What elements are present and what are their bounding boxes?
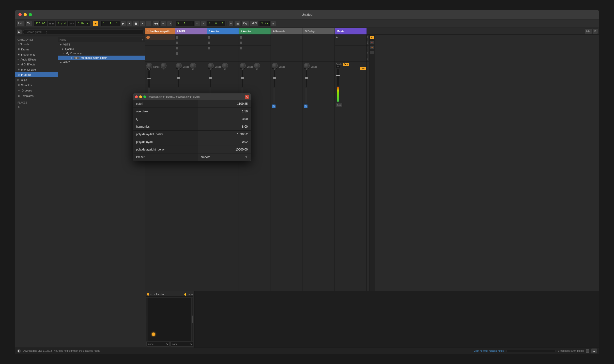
clip-btn[interactable] [240, 47, 242, 49]
quantize-display[interactable]: 1 Bar ▼ [76, 21, 90, 26]
send-a-knob[interactable] [240, 63, 246, 69]
track-header-delay[interactable]: B Delay [303, 28, 335, 34]
sidebar-item-max-for-live[interactable]: ⊡ Max for Live [15, 67, 58, 72]
browser-toggle[interactable]: ▶ [16, 29, 22, 35]
send-a-knob[interactable] [272, 63, 278, 69]
clip-slot[interactable] [239, 51, 271, 56]
table-row[interactable]: Preset smooth ▼ [133, 153, 251, 161]
param-value[interactable]: 0.02 [198, 138, 251, 146]
scene-number[interactable]: 2 [367, 40, 369, 46]
sidebar-item-templates[interactable]: ⊞ Templates [15, 93, 58, 98]
send-a-knob[interactable] [146, 63, 152, 69]
places-add-button[interactable]: ⊕ [15, 105, 58, 110]
param-value[interactable]: 10000.00 [198, 146, 251, 153]
track-header-audio1[interactable]: 3 Audio [207, 28, 239, 34]
device-expand-icon[interactable]: ⊡ [188, 293, 190, 296]
sidebar-item-midi-effects[interactable]: ≡ MIDI Effects [15, 62, 58, 67]
sidebar-item-instruments[interactable]: ⊞ Instruments [15, 52, 58, 57]
list-item[interactable]: ▷ VST feedback-synth-plugin [58, 56, 145, 60]
clip-slot[interactable] [175, 35, 207, 40]
clip-slot[interactable] [207, 40, 239, 46]
clip-slot[interactable] [145, 51, 175, 56]
key-button[interactable]: Key [241, 21, 249, 26]
pos-display[interactable]: 1 . 1 . 1 [101, 21, 120, 26]
solo-button[interactable]: Solo [336, 103, 343, 107]
clip-btn[interactable] [240, 42, 242, 44]
track-header-synth[interactable]: 1 feedback-synth [145, 28, 175, 34]
clip-slot[interactable] [207, 35, 239, 40]
session-btn2[interactable]: ⊟ [593, 29, 598, 34]
bars-button[interactable]: ▦ [235, 21, 240, 26]
sidebar-item-clips[interactable]: ▷ Clips [15, 77, 58, 82]
bpm-display[interactable]: 120.00 [34, 21, 47, 26]
table-row[interactable]: Q 3.00 [133, 115, 251, 123]
clip-slot[interactable] [175, 56, 207, 62]
device-more-icon[interactable]: ⊟ [191, 293, 193, 296]
volume-fader[interactable] [210, 70, 211, 87]
clip-launch-button[interactable] [176, 42, 178, 44]
send-b-knob[interactable] [222, 63, 228, 69]
search-input[interactable] [23, 30, 144, 34]
end-pos[interactable]: 4 . 0 . 0 [207, 21, 225, 26]
volume-fader[interactable] [148, 70, 150, 88]
clip-slot[interactable] [335, 40, 367, 46]
midi-button[interactable]: MIDI [250, 21, 259, 26]
solo-button[interactable]: S [304, 104, 308, 108]
send-a-knob[interactable] [176, 63, 182, 69]
stop-button[interactable]: ■ [127, 21, 132, 26]
param-value[interactable]: 1109.85 [198, 100, 251, 108]
plugin-minimize-button[interactable] [139, 95, 142, 98]
solo-button[interactable]: S [272, 104, 276, 108]
clip-btn[interactable] [240, 36, 242, 39]
close-button[interactable] [18, 13, 22, 16]
clip-slot[interactable] [175, 40, 207, 46]
sidebar-item-plug-ins[interactable]: ⊡ Plug-Ins [15, 72, 58, 77]
send-b-knob[interactable] [161, 63, 167, 69]
clip-slot[interactable] [145, 40, 175, 46]
plugin-close-button[interactable] [135, 95, 138, 98]
device-power-light[interactable] [147, 293, 149, 296]
send-b-knob[interactable] [190, 63, 196, 69]
plugin-active-button[interactable]: A [245, 95, 249, 99]
device-input-select[interactable]: none [146, 342, 169, 347]
scene-number[interactable]: 4 [367, 51, 369, 56]
arrangement-pos[interactable]: 3 . 1 . 1 [176, 21, 194, 26]
strip-button-3[interactable]: O [370, 46, 374, 49]
sidebar-item-sounds[interactable]: ♩ Sounds [15, 42, 58, 47]
session-view-button[interactable]: ⊞ [93, 21, 98, 26]
volume-fader[interactable] [178, 70, 179, 87]
param-value[interactable]: 1.50 [198, 108, 251, 115]
clip-slot[interactable] [207, 51, 239, 56]
add-button[interactable]: + [140, 21, 145, 26]
strip-button-1[interactable]: S [370, 36, 374, 40]
master-clip-launch[interactable] [335, 35, 367, 40]
clip-launch-button[interactable] [176, 52, 178, 55]
clip-slot[interactable] [335, 51, 367, 56]
clip-slot[interactable] [145, 46, 175, 51]
clip-slot[interactable] [207, 46, 239, 51]
param-value[interactable]: 3.00 [198, 115, 251, 123]
record-quantize[interactable]: ⊙ ▼ [68, 21, 75, 26]
record-button[interactable]: ⬤ [133, 21, 139, 26]
preset-dropdown[interactable]: smooth ▼ [201, 155, 248, 159]
notification-button[interactable]: ▲ [591, 348, 597, 354]
zoom-display[interactable]: 2 % ▼ [260, 21, 270, 26]
sidebar-item-drums[interactable]: ⊞ Drums [15, 47, 58, 52]
loop2-button[interactable]: ⟳ [167, 21, 172, 26]
track-header-audio2[interactable]: 4 Audio [239, 28, 271, 34]
link-button[interactable]: Link [16, 21, 24, 26]
volume-fader[interactable] [242, 70, 243, 87]
status-play-button[interactable]: ▶ [17, 349, 21, 353]
table-row[interactable]: poly/delay/right_delay 10000.00 [133, 146, 251, 153]
pencil-button[interactable]: ✏ [228, 21, 234, 26]
clip-slot[interactable] [239, 56, 271, 62]
clip-slot[interactable] [335, 46, 367, 51]
maximize-button[interactable] [29, 13, 32, 16]
play-button[interactable]: ▶ [121, 21, 126, 26]
loop-button[interactable]: ↺ [146, 21, 151, 26]
session-btn1[interactable]: ▷▷ [585, 29, 592, 34]
list-item[interactable]: ▶ Qosmo [58, 47, 145, 51]
sidebar-item-grooves[interactable]: ～ Grooves [15, 88, 58, 93]
device-resize-handle[interactable] [146, 298, 148, 341]
clip-btn[interactable] [208, 36, 210, 39]
